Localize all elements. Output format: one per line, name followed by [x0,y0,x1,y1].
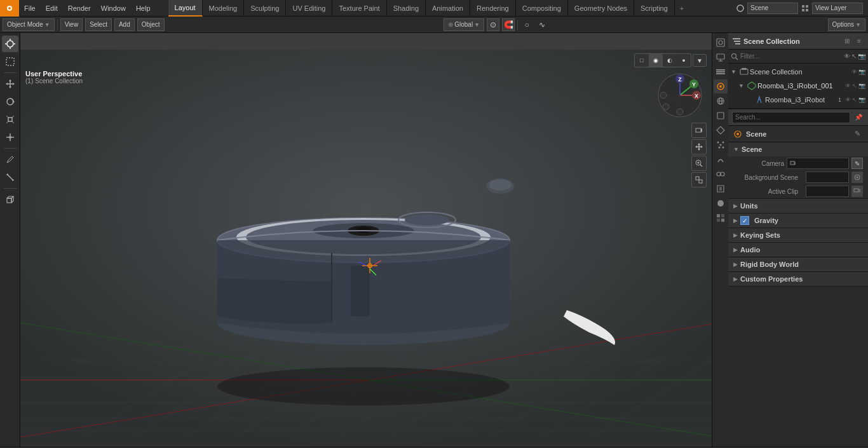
units-section-header[interactable]: ▶ Units [728,199,868,213]
item1-sel[interactable]: ↖ [852,83,857,89]
menu-help[interactable]: Help [131,0,156,17]
select-menu-btn[interactable]: Select [85,18,112,31]
outliner-select-filter[interactable]: ↖ [851,53,857,60]
proportional-2[interactable]: ∿ [536,18,548,31]
wireframe-shading-btn[interactable]: □ [635,54,649,67]
menu-file[interactable]: File [19,0,41,17]
prop-tab-data[interactable] [714,182,728,196]
workspace-layout[interactable]: Layout [168,0,203,17]
outliner-filter-icon[interactable]: ⊞ [842,36,852,46]
item1-render[interactable]: 📷 [858,83,865,89]
blender-logo[interactable] [0,0,19,17]
outliner-item-roomba-001[interactable]: ▼ Roomba_i3_iRobot_001 👁 ↖ 📷 [728,79,868,93]
workspace-animation[interactable]: Animation [426,0,470,17]
viewport-grid [20,50,712,447]
scene-rename-btn[interactable]: ✎ [851,128,863,140]
workspace-compositing[interactable]: Compositing [516,0,568,17]
zoom-view-btn[interactable] [691,156,707,171]
outliner-search-input[interactable] [740,53,842,60]
properties-search-input[interactable] [732,112,850,123]
move-tool[interactable] [2,76,18,92]
item2-eye[interactable]: 👁 [845,97,851,103]
rendered-shading-btn[interactable]: ● [677,54,691,67]
scene-name-input[interactable] [747,3,798,14]
shading-options-btn[interactable]: ▼ [693,54,707,67]
prop-tab-render[interactable] [714,36,728,50]
outliner-scene-collection[interactable]: ▼ Scene Collection 👁 📷 [728,65,868,79]
item1-eye[interactable]: 👁 [845,83,851,89]
workspace-uv-editing[interactable]: UV Editing [286,0,332,17]
proportional-edit-btn[interactable]: ○ [520,18,533,31]
gravity-checkbox[interactable]: ✓ [740,216,749,225]
workspace-sculpting[interactable]: Sculpting [244,0,286,17]
object-mode-selector[interactable]: Object Mode ▼ [3,18,55,31]
pivot-point-btn[interactable]: ⊙ [487,18,499,31]
camera-value-field[interactable]: ​ [787,158,849,169]
scene-eye-icon[interactable]: 👁 [851,69,857,75]
cursor-tool[interactable] [2,36,18,52]
workspace-rendering[interactable]: Rendering [470,0,516,17]
gravity-section-header[interactable]: ▶ ✓ Gravity [728,214,868,227]
toggle-view-btn[interactable] [691,172,707,187]
scene-section-header[interactable]: ▼ Scene [728,142,868,156]
snap-toggle[interactable]: 🧲 [502,18,515,31]
select-box-tool[interactable] [2,53,18,70]
prop-tab-object[interactable] [714,109,728,123]
view-layer-input[interactable] [812,3,863,14]
pan-view-btn[interactable] [691,139,707,154]
keying-sets-header[interactable]: ▶ Keying Sets [728,228,868,242]
solid-shading-btn[interactable]: ◉ [649,54,663,67]
transform-orientation[interactable]: ⊕ Global ▼ [444,18,484,31]
menu-render[interactable]: Render [63,0,96,17]
prop-tab-output[interactable] [714,50,728,64]
options-btn[interactable]: Options ▼ [828,18,865,31]
menu-edit[interactable]: Edit [41,0,63,17]
annotate-tool[interactable] [2,151,18,168]
prop-tab-world[interactable] [714,94,728,108]
add-workspace-button[interactable]: + [675,0,689,17]
prop-tab-physics[interactable] [714,153,728,166]
workspace-geometry-nodes[interactable]: Geometry Nodes [568,0,634,17]
prop-tab-modifier[interactable] [714,123,728,137]
outliner-settings-icon[interactable]: ≡ [854,36,864,46]
item2-render[interactable]: 📷 [858,97,865,103]
add-menu-btn[interactable]: Add [114,18,135,31]
scale-tool[interactable] [2,111,18,128]
active-clip-icon[interactable] [851,186,863,197]
prop-tab-constraints[interactable] [714,167,728,181]
add-cube-tool[interactable] [2,191,18,208]
camera-edit-btn[interactable]: ✎ [851,158,863,169]
workspace-texture-paint[interactable]: Texture Paint [332,0,386,17]
audio-section-header[interactable]: ▶ Audio [728,243,868,257]
outliner-item-roomba[interactable]: Roomba_i3_iRobot 1 👁 ↖ 📷 [728,93,868,107]
workspace-shading[interactable]: Shading [387,0,426,17]
scene-render-icon[interactable]: 📷 [858,69,865,75]
view-menu-btn[interactable]: View [60,18,83,31]
3d-viewport[interactable]: User Perspective (1) Scene Collection Y … [20,33,712,447]
rigid-body-header[interactable]: ▶ Rigid Body World [728,257,868,271]
prop-tab-particles[interactable] [714,138,728,152]
outliner-eye-filter[interactable]: 👁 [844,53,850,60]
measure-tool[interactable] [2,169,18,186]
transform-tool[interactable] [2,129,18,146]
prop-tab-viewlayer[interactable] [714,65,728,79]
custom-props-header[interactable]: ▶ Custom Properties [728,272,868,286]
outliner-render-filter[interactable]: 📷 [858,53,865,60]
props-pin-btn[interactable]: 📌 [853,112,864,123]
menu-window[interactable]: Window [96,0,131,17]
scene-section-arrow: ▼ [733,146,739,153]
workspace-modeling[interactable]: Modeling [203,0,245,17]
workspace-scripting[interactable]: Scripting [634,0,675,17]
rotate-tool[interactable] [2,93,18,110]
item2-sel[interactable]: ↖ [852,97,857,103]
navigation-gizmo[interactable]: Y X Z [657,72,703,118]
object-menu-btn[interactable]: Object [137,18,165,31]
background-scene-icon[interactable] [851,172,863,183]
prop-tab-material[interactable] [714,196,728,210]
background-scene-value[interactable] [806,172,849,183]
active-clip-value[interactable] [806,186,849,197]
camera-view-btn[interactable] [691,123,707,138]
prop-tab-texture[interactable] [714,211,728,225]
material-shading-btn[interactable]: ◐ [663,54,677,67]
prop-tab-scene[interactable] [714,79,728,93]
